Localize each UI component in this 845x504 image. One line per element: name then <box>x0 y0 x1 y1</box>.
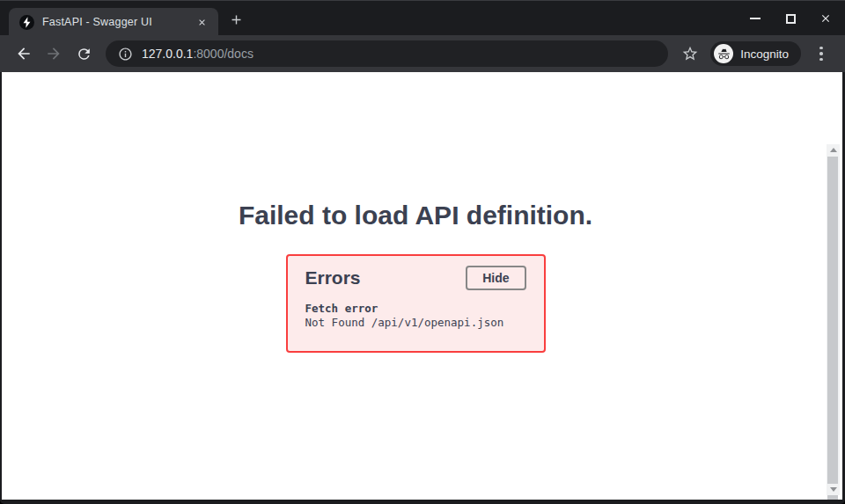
scroll-down-icon <box>830 487 837 492</box>
page-title: Failed to load API definition. <box>2 202 829 229</box>
url-text: 127.0.0.1:8000/docs <box>142 47 254 61</box>
page-content: Failed to load API definition. Errors Hi… <box>2 72 842 500</box>
incognito-badge: Incognito <box>710 41 801 66</box>
forward-icon <box>45 45 62 62</box>
url-host: 127.0.0.1 <box>142 47 193 61</box>
browser-window: FastAPI - Swagger UI <box>0 0 845 504</box>
minimize-icon <box>750 18 760 19</box>
back-icon <box>15 45 33 62</box>
window-minimize-button[interactable] <box>745 8 766 29</box>
tab-title: FastAPI - Swagger UI <box>42 16 194 28</box>
tab-strip: FastAPI - Swagger UI <box>0 0 845 35</box>
hide-errors-button[interactable]: Hide <box>466 266 525 290</box>
error-item: Fetch error Not Found /api/v1/openapi.js… <box>305 302 526 330</box>
close-icon <box>819 12 832 25</box>
window-maximize-button[interactable] <box>780 8 801 29</box>
error-message: Not Found /api/v1/openapi.json <box>305 316 526 330</box>
maximize-icon <box>786 14 796 24</box>
url-path: :8000/docs <box>193 47 254 61</box>
tab-fastapi-swagger[interactable]: FastAPI - Swagger UI <box>9 8 218 36</box>
scroll-down-button[interactable] <box>827 484 840 495</box>
reload-button[interactable] <box>70 40 97 67</box>
incognito-label: Incognito <box>740 47 789 61</box>
star-icon <box>681 45 699 62</box>
errors-header: Errors Hide <box>305 266 526 290</box>
scroll-up-icon <box>830 148 837 152</box>
address-bar[interactable]: 127.0.0.1:8000/docs <box>106 40 668 67</box>
site-info-icon[interactable] <box>118 47 133 62</box>
reload-icon <box>76 46 92 62</box>
window-controls <box>745 1 836 36</box>
incognito-icon <box>714 44 733 63</box>
fastapi-favicon-icon <box>19 15 34 30</box>
menu-button[interactable] <box>808 40 834 67</box>
kebab-menu-icon <box>819 47 823 62</box>
error-title: Fetch error <box>305 302 526 316</box>
back-button[interactable] <box>11 40 37 67</box>
tab-close-icon[interactable] <box>194 14 209 30</box>
errors-panel: Errors Hide Fetch error Not Found /api/v… <box>286 254 546 353</box>
vertical-scrollbar[interactable] <box>827 144 840 495</box>
window-close-button[interactable] <box>815 8 836 29</box>
swagger-ui-page: Failed to load API definition. Errors Hi… <box>2 72 829 500</box>
bookmark-button[interactable] <box>677 40 703 67</box>
browser-toolbar: 127.0.0.1:8000/docs Incognito <box>0 35 845 72</box>
scroll-up-button[interactable] <box>827 144 840 156</box>
scrollbar-thumb[interactable] <box>827 157 838 500</box>
forward-button[interactable] <box>40 40 67 67</box>
new-tab-button[interactable] <box>227 11 245 28</box>
errors-title: Errors <box>305 267 361 289</box>
